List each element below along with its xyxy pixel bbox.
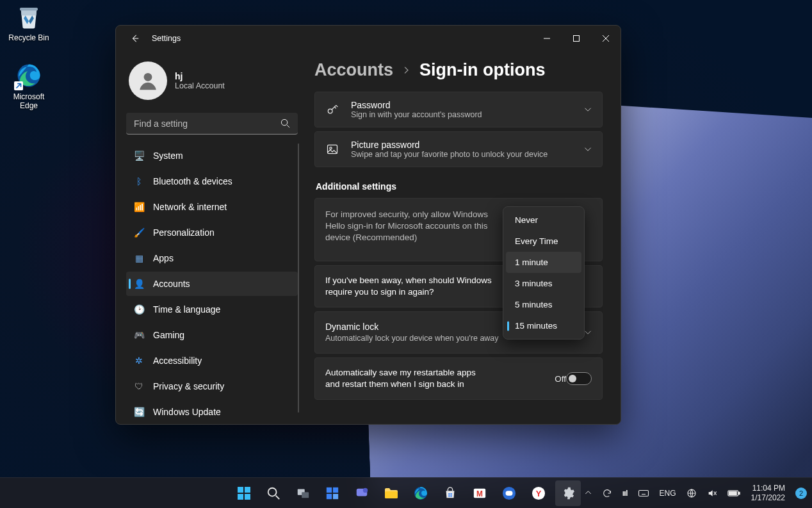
desktop-icon-recycle-bin[interactable]: Recycle Bin [4, 3, 54, 42]
app-button-2[interactable]: Y [526, 480, 551, 506]
menu-item[interactable]: Never [506, 209, 581, 231]
sidebar-item-system[interactable]: 🖥️System [126, 143, 298, 168]
setting-restart-apps: Automatically save my restartable apps a… [314, 357, 603, 400]
sidebar-item-network[interactable]: 📶Network & internet [126, 195, 298, 219]
recycle-bin-icon [15, 3, 43, 31]
setting-text: If you've been away, when should Windows… [325, 275, 492, 298]
titlebar: Settings [116, 26, 621, 51]
sidebar-item-label: Gaming [153, 330, 184, 340]
sidebar-item-label: Time & language [153, 304, 220, 315]
avatar [129, 61, 167, 100]
svg-rect-10 [245, 487, 250, 493]
desktop-icon-label: Microsoft Edge [4, 92, 54, 110]
settings-window: Settings hj Local Account [115, 25, 621, 425]
maximize-button[interactable] [562, 28, 591, 49]
file-explorer-button[interactable] [378, 480, 404, 506]
sidebar-item-gaming[interactable]: 🎮Gaming [126, 323, 298, 347]
start-button[interactable] [231, 480, 257, 506]
svg-rect-17 [333, 487, 338, 492]
settings-button[interactable] [555, 480, 581, 506]
search-button[interactable] [261, 480, 286, 506]
menu-item[interactable]: Every Time [506, 231, 581, 252]
toggle-restart-apps[interactable] [566, 372, 592, 385]
svg-rect-11 [238, 494, 243, 500]
sidebar-item-update[interactable]: 🔄Windows Update [126, 400, 298, 424]
tray-sync-icon[interactable] [597, 480, 617, 506]
setting-text: For improved security, only allow Window… [325, 209, 505, 244]
language-indicator[interactable]: ENG [655, 480, 681, 506]
svg-point-8 [330, 147, 332, 149]
gaming-icon: 🎮 [134, 330, 144, 340]
sidebar-item-label: System [153, 151, 183, 161]
edge-icon [15, 61, 43, 90]
sidebar-item-accounts[interactable]: 👤Accounts [126, 272, 298, 296]
sidebar-item-time[interactable]: 🕑Time & language [126, 297, 298, 322]
option-password[interactable]: Password Sign in with your account's pas… [314, 92, 603, 127]
page-title: Sign-in options [419, 60, 545, 80]
search-box[interactable] [126, 113, 298, 135]
chevron-down-icon [584, 329, 592, 336]
option-picture-password[interactable]: Picture password Swipe and tap your favo… [314, 131, 603, 167]
network-icon[interactable] [682, 480, 701, 506]
clock-date: 1/17/2022 [751, 493, 785, 503]
key-icon [325, 103, 339, 116]
edge-button[interactable] [408, 480, 434, 506]
breadcrumb-parent[interactable]: Accounts [314, 60, 393, 80]
menu-item[interactable]: 5 minutes [506, 294, 581, 315]
signin-timeout-menu[interactable]: NeverEvery Time1 minute3 minutes5 minute… [503, 206, 585, 340]
chevron-right-icon [402, 66, 410, 74]
battery-icon[interactable] [723, 480, 745, 506]
task-view-button[interactable] [290, 480, 316, 506]
sidebar-item-label: Accounts [153, 279, 190, 289]
sidebar-item-apps[interactable]: ▦Apps [126, 246, 298, 270]
accounts-icon: 👤 [134, 279, 144, 289]
desktop-icon-label: Recycle Bin [4, 33, 54, 42]
sidebar-item-personalization[interactable]: 🖌️Personalization [126, 220, 298, 245]
sidebar-item-privacy[interactable]: 🛡Privacy & security [126, 374, 298, 398]
bluetooth-icon: ᛒ [134, 176, 144, 186]
sidebar-item-label: Apps [153, 253, 174, 263]
menu-item[interactable]: 15 minutes [506, 315, 581, 336]
mail-button[interactable]: M [467, 480, 492, 506]
svg-rect-25 [450, 493, 451, 495]
app-button-1[interactable] [496, 480, 522, 506]
search-icon [280, 119, 290, 128]
svg-rect-15 [302, 492, 309, 498]
menu-item[interactable]: 3 minutes [506, 273, 581, 294]
clock[interactable]: 11:04 PM 1/17/2022 [746, 484, 790, 503]
window-title: Settings [152, 34, 181, 43]
svg-rect-16 [327, 487, 332, 492]
svg-rect-22 [385, 491, 398, 498]
svg-rect-3 [574, 36, 580, 42]
store-button[interactable] [437, 480, 463, 506]
notification-badge[interactable]: 2 [795, 488, 807, 499]
close-button[interactable] [591, 28, 621, 49]
sidebar-item-label: Accessibility [153, 356, 202, 366]
svg-point-13 [268, 488, 277, 496]
sidebar-item-label: Personalization [153, 227, 215, 238]
personalization-icon: 🖌️ [134, 227, 144, 238]
tray-overflow[interactable] [580, 480, 596, 506]
tray-app-icon[interactable]: ııl [618, 480, 632, 506]
accessibility-icon: ✲ [134, 356, 144, 366]
menu-item[interactable]: 1 minute [506, 252, 581, 273]
volume-icon[interactable] [702, 480, 722, 506]
system-tray: ııl ENG 11:04 PM 1/17/2022 2 [580, 480, 812, 506]
taskbar-center: M Y [231, 480, 581, 506]
svg-point-21 [363, 488, 368, 492]
tray-keyboard-icon[interactable] [633, 480, 654, 506]
sidebar-item-bluetooth[interactable]: ᛒBluetooth & devices [126, 169, 298, 193]
chevron-down-icon [584, 145, 592, 153]
minimize-button[interactable] [532, 28, 562, 49]
back-button[interactable] [124, 27, 147, 50]
desktop-icon-edge[interactable]: Microsoft Edge [4, 61, 54, 110]
widgets-button[interactable] [320, 480, 345, 506]
svg-rect-0 [20, 8, 38, 10]
sidebar-item-accessibility[interactable]: ✲Accessibility [126, 348, 298, 373]
privacy-icon: 🛡 [134, 381, 144, 391]
search-input[interactable] [126, 113, 298, 135]
svg-rect-31 [506, 491, 513, 495]
sidebar-item-label: Privacy & security [153, 381, 224, 391]
chat-button[interactable] [349, 480, 375, 506]
profile[interactable]: hj Local Account [126, 56, 298, 110]
